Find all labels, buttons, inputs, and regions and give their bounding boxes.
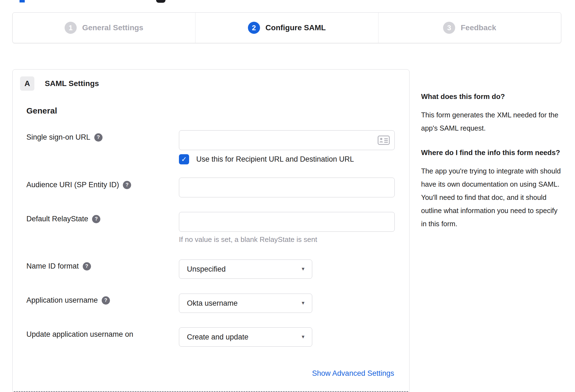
checkmark-icon: ✓ xyxy=(181,155,187,163)
help-sidebar: What does this form do? This form genera… xyxy=(421,90,563,242)
step-general-settings[interactable]: 1 General Settings xyxy=(13,13,195,43)
nameid-format-label-row: Name ID format ? xyxy=(26,262,91,270)
nameid-format-help-icon[interactable]: ? xyxy=(83,262,91,270)
sidebar-heading-what: What does this form do? xyxy=(421,90,563,103)
recipient-url-checkbox[interactable]: ✓ xyxy=(179,154,189,164)
relaystate-label-row: Default RelayState ? xyxy=(26,215,100,223)
saml-settings-panel: A SAML Settings General Single sign-on U… xyxy=(12,69,410,392)
relaystate-hint: If no value is set, a blank RelayState i… xyxy=(179,235,317,244)
clipped-header-dark-fragment xyxy=(156,0,165,3)
step-3-label: Feedback xyxy=(461,23,496,32)
step-configure-saml[interactable]: 2 Configure SAML xyxy=(195,13,378,43)
app-username-select[interactable]: Okta username ▼ xyxy=(179,294,312,313)
app-username-label: Application username xyxy=(26,296,98,305)
panel-header: A SAML Settings xyxy=(20,76,99,91)
audience-uri-label-row: Audience URI (SP Entity ID) ? xyxy=(26,181,131,189)
audience-uri-input[interactable] xyxy=(179,178,395,197)
chevron-down-icon: ▼ xyxy=(301,266,305,272)
sso-url-label-row: Single sign-on URL ? xyxy=(26,133,103,142)
audience-uri-help-icon[interactable]: ? xyxy=(123,181,131,189)
step-3-number-badge: 3 xyxy=(443,22,455,34)
section-title: SAML Settings xyxy=(45,79,99,88)
nameid-format-select[interactable]: Unspecified ▼ xyxy=(179,260,312,279)
section-a-badge: A xyxy=(20,76,34,91)
nameid-format-selected-value: Unspecified xyxy=(187,265,226,274)
chevron-down-icon: ▼ xyxy=(301,300,305,306)
step-1-label: General Settings xyxy=(82,23,143,32)
recipient-url-checkbox-label[interactable]: Use this for Recipient URL and Destinati… xyxy=(196,155,354,164)
relaystate-help-icon[interactable]: ? xyxy=(92,215,100,223)
update-username-selected-value: Create and update xyxy=(187,333,248,341)
contact-card-icon xyxy=(378,136,390,145)
app-username-label-row: Application username ? xyxy=(26,296,110,305)
relaystate-input[interactable] xyxy=(179,212,395,232)
step-feedback[interactable]: 3 Feedback xyxy=(378,13,561,43)
app-username-selected-value: Okta username xyxy=(187,299,238,308)
update-username-label: Update application username on xyxy=(26,330,133,339)
sso-url-help-icon[interactable]: ? xyxy=(94,133,103,142)
clipped-header-accent-fragment xyxy=(20,0,25,2)
sidebar-heading-where: Where do I find the info this form needs… xyxy=(421,146,563,159)
sso-url-input[interactable] xyxy=(179,130,395,150)
relaystate-label: Default RelayState xyxy=(26,215,88,223)
update-username-label-row: Update application username on xyxy=(26,330,133,339)
chevron-down-icon: ▼ xyxy=(301,334,305,340)
sso-url-input-wrap xyxy=(179,130,395,150)
app-username-help-icon[interactable]: ? xyxy=(102,296,110,305)
step-2-number-badge: 2 xyxy=(248,22,260,34)
show-advanced-settings-link[interactable]: Show Advanced Settings xyxy=(312,369,394,378)
nameid-format-label: Name ID format xyxy=(26,262,79,270)
update-username-select[interactable]: Create and update ▼ xyxy=(179,327,312,347)
step-2-label: Configure SAML xyxy=(266,23,326,32)
general-group-heading: General xyxy=(26,106,57,115)
step-1-number-badge: 1 xyxy=(65,22,77,34)
sso-url-label: Single sign-on URL xyxy=(26,133,90,142)
audience-uri-label: Audience URI (SP Entity ID) xyxy=(26,181,119,189)
wizard-stepper: 1 General Settings 2 Configure SAML 3 Fe… xyxy=(12,12,561,43)
sidebar-body-where: The app you're trying to integrate with … xyxy=(421,164,563,230)
sidebar-body-what: This form generates the XML needed for t… xyxy=(421,108,563,135)
